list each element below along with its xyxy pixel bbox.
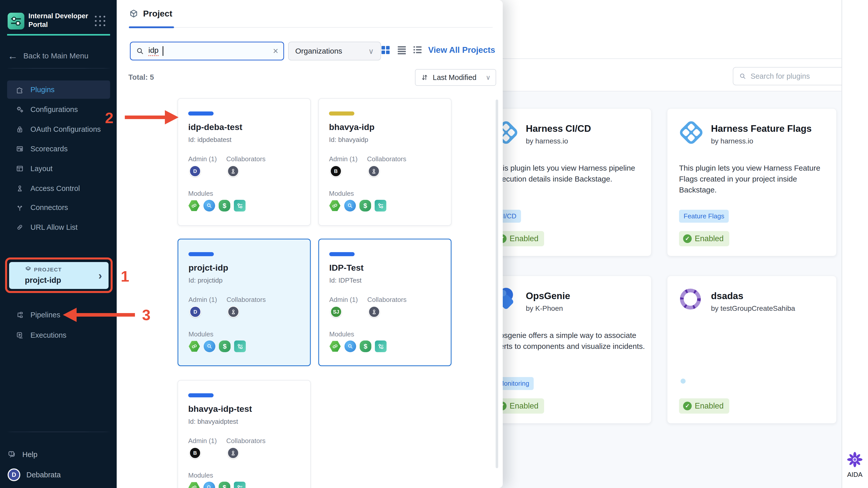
collaborator-avatar[interactable]: [227, 447, 239, 459]
collaborator-avatar[interactable]: [227, 306, 239, 318]
clear-search-icon[interactable]: ×: [273, 46, 278, 56]
project-id: Id: bhavyaidptest: [188, 418, 238, 426]
person-icon: [230, 450, 237, 456]
annotation-label-1: 1: [121, 268, 129, 285]
person-icon: [371, 168, 377, 174]
project-card-projct-idp[interactable]: projct-idp Id: projctidp Admin (1) Colla…: [178, 239, 311, 366]
admin-avatar[interactable]: D: [189, 306, 201, 318]
ccm-module-icon: $: [219, 482, 230, 488]
search-input[interactable]: idp ×: [130, 41, 284, 60]
project-name: idp-deba-test: [188, 122, 242, 132]
card-color-bar: [329, 252, 354, 256]
collaborator-avatar[interactable]: [368, 165, 380, 177]
plugin-title: Harness CI/CD: [526, 123, 591, 134]
divider: [8, 68, 110, 68]
ccm-module-icon: $: [360, 341, 371, 352]
annotation-arrow-3: [63, 308, 135, 322]
app-logo-icon[interactable]: [8, 13, 24, 29]
project-name: projct-idp: [188, 263, 228, 273]
annotation-label-2: 2: [105, 109, 113, 127]
plugin-card-opsgenie[interactable]: OpsGenie by K-Phoen Opsgenie offers a si…: [482, 276, 651, 424]
detailed-list-view-button[interactable]: [412, 45, 423, 55]
view-all-projects-link[interactable]: View All Projects: [428, 45, 495, 55]
collaborator-avatar[interactable]: [368, 306, 380, 318]
project-card-bhavya-idp[interactable]: bhavya-idp Id: bhavyaidp Admin (1) Colla…: [318, 98, 452, 226]
split-arrows-icon: [16, 203, 24, 211]
sidebar-item-scorecards[interactable]: Scorecards: [7, 140, 110, 158]
arrow-left-icon: ←: [8, 52, 18, 60]
project-card-idp-deba-test[interactable]: idp-deba-test Id: idpdebatest Admin (1) …: [178, 98, 311, 226]
back-to-main-menu[interactable]: ← Back to Main Menu: [8, 49, 110, 63]
enabled-badge: ✓Enabled: [679, 398, 729, 413]
organizations-dropdown[interactable]: Organizations ∨: [288, 41, 381, 60]
plugin-card-harness-feature-flags[interactable]: Harness Feature Flags by harness.io This…: [667, 108, 837, 256]
collapsed-tag-dot: [681, 379, 686, 384]
admin-avatar[interactable]: SJ: [330, 306, 342, 318]
user-profile[interactable]: D Debabrata: [8, 467, 110, 482]
tab-project[interactable]: Project: [129, 9, 172, 19]
harness-logo-icon: [677, 118, 706, 147]
project-id: Id: IDPTest: [329, 277, 362, 284]
sidebar: Internal Developer Portal ← Back to Main…: [0, 0, 117, 488]
plugin-card-harness-cicd[interactable]: Harness CI/CD by harness.io This plugin …: [482, 108, 651, 256]
grid-view-button[interactable]: [380, 45, 391, 55]
sidebar-item-oauth-configurations[interactable]: OAuth Configurations: [7, 120, 110, 138]
tab-label: Project: [143, 9, 172, 19]
aida-label: AIDA: [842, 471, 868, 479]
idp-module-icon: [234, 341, 246, 352]
app-switcher-icon[interactable]: [95, 16, 106, 27]
sidebar-item-access-control[interactable]: Access Control: [7, 179, 110, 198]
layout-icon: [16, 165, 24, 173]
module-icons: $: [188, 200, 246, 211]
person-icon: [16, 184, 24, 193]
scorecard-icon: [16, 145, 24, 153]
sidebar-item-connectors[interactable]: Connectors: [7, 198, 110, 217]
annotation-label-3: 3: [142, 306, 150, 324]
collaborator-avatar[interactable]: [227, 165, 239, 177]
sto-module-icon: [204, 200, 215, 211]
total-count: Total: 5: [128, 73, 154, 82]
aida-assistant-button[interactable]: AIDA: [842, 452, 868, 479]
admin-avatar[interactable]: B: [189, 447, 201, 459]
admin-avatar[interactable]: D: [189, 165, 201, 177]
list-view-button[interactable]: [397, 45, 407, 55]
sidebar-item-executions[interactable]: Executions: [7, 326, 110, 344]
sidebar-item-configurations[interactable]: Configurations: [7, 100, 110, 119]
active-tab-indicator: [129, 26, 174, 28]
ccm-module-icon: $: [219, 200, 230, 211]
help-button[interactable]: ? Help: [8, 447, 110, 462]
plugin-search-box[interactable]: [733, 67, 845, 85]
sidebar-item-layout[interactable]: Layout: [7, 160, 110, 178]
plugin-card-dsadas[interactable]: dsadas by testGroupCreateSahiba ✓Enabled: [667, 276, 837, 424]
project-name: IDP-Test: [329, 263, 364, 273]
module-icons: $: [329, 200, 386, 211]
card-color-bar: [188, 112, 214, 116]
project-card-idp-test[interactable]: IDP-Test Id: IDPTest Admin (1) Collabora…: [318, 239, 452, 366]
cd-module-icon: [188, 200, 200, 211]
sidebar-item-plugins[interactable]: Plugins: [7, 81, 110, 99]
puzzle-icon: [16, 86, 24, 94]
card-color-bar: [188, 393, 214, 397]
app-title: Internal Developer Portal: [28, 12, 94, 29]
ccm-module-icon: $: [360, 200, 371, 211]
tab-divider: [129, 27, 493, 28]
sort-dropdown[interactable]: Last Modified ∨: [415, 69, 496, 86]
project-card-bhavya-idp-test[interactable]: bhavya-idp-test Id: bhavyaidptest Admin …: [178, 380, 311, 488]
modal-scrollbar-thumb[interactable]: [496, 99, 498, 468]
check-icon: ✓: [683, 234, 692, 243]
plugin-tag: Feature Flags: [679, 210, 729, 223]
project-selector-panel: Project idp × Organizations ∨ View All P…: [117, 0, 503, 488]
module-icons: $: [329, 341, 386, 352]
user-name: Debabrata: [26, 471, 61, 479]
sidebar-item-url-allow-list[interactable]: URL Allow List: [7, 218, 110, 236]
plugin-title: OpsGenie: [526, 291, 570, 302]
plugin-search-input[interactable]: [750, 72, 839, 81]
project-id: Id: projctidp: [188, 277, 222, 284]
cd-module-icon: [329, 200, 341, 211]
idp-module-icon: [375, 200, 386, 211]
cd-module-icon: [329, 341, 341, 352]
admin-avatar[interactable]: B: [330, 165, 342, 177]
ccm-module-icon: $: [219, 341, 230, 352]
project-id: Id: idpdebatest: [188, 136, 231, 144]
text-caret: [163, 46, 163, 56]
